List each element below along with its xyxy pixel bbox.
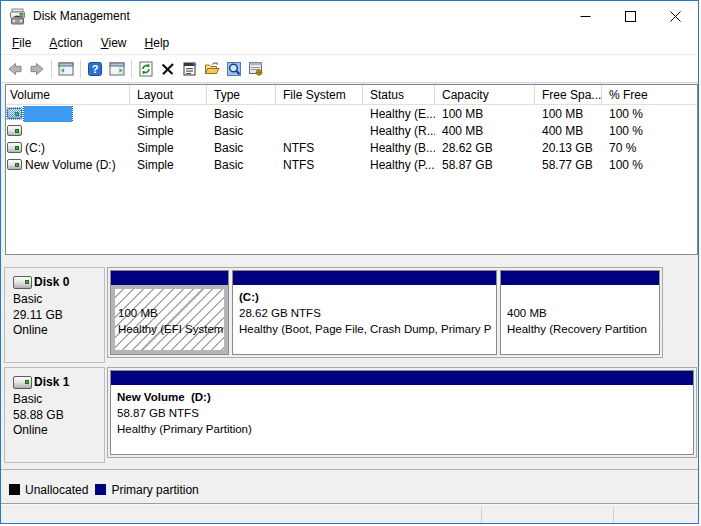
menu-view[interactable]: View <box>92 32 136 54</box>
delete-button[interactable] <box>160 61 176 77</box>
column-header-file-system[interactable]: File System <box>276 85 363 104</box>
graphical-view: Disk 0 Basic 29.11 GB Online 100 MB <box>1 257 699 469</box>
legend-item-unallocated: Unallocated <box>9 484 88 503</box>
disk-0-row: Disk 0 Basic 29.11 GB Online 100 MB <box>4 267 698 363</box>
disk-1-label-panel[interactable]: Disk 1 Basic 58.88 GB Online <box>4 367 105 463</box>
partition-recovery[interactable]: 400 MB Healthy (Recovery Partition <box>500 270 660 355</box>
volume-row-d[interactable]: New Volume (D:) Simple Basic NTFS Health… <box>6 156 697 173</box>
delete-icon <box>160 61 176 77</box>
open-button[interactable] <box>204 61 220 77</box>
menu-action-label-rest: ction <box>57 36 82 50</box>
close-button[interactable] <box>653 1 698 31</box>
find-button[interactable] <box>226 61 242 77</box>
partition-efi[interactable]: 100 MB Healthy (EFI System <box>110 270 229 355</box>
partition-c[interactable]: (C:) 28.62 GB NTFS Healthy (Boot, Page F… <box>232 270 497 355</box>
free-space-cell: 20.13 GB <box>535 141 602 155</box>
selection-dither <box>6 107 23 120</box>
partition-size: 100 MB <box>118 305 224 321</box>
partition-status: Healthy (Primary Partition) <box>117 421 693 437</box>
show-hide-console-tree-button[interactable] <box>58 61 74 77</box>
column-header-status[interactable]: Status <box>363 85 435 104</box>
partition-color-bar <box>501 271 659 285</box>
refresh-button[interactable] <box>138 61 154 77</box>
forward-button[interactable] <box>29 61 45 77</box>
column-header-capacity[interactable]: Capacity <box>435 85 535 104</box>
toolbar-separator <box>80 60 81 78</box>
volume-icon <box>7 142 22 153</box>
partition-color-bar <box>111 371 693 385</box>
type-cell: Basic <box>207 124 276 138</box>
settings-button[interactable] <box>248 61 264 77</box>
menubar: File Action View Help <box>1 31 698 55</box>
volume-list: Volume Layout Type File System Status Ca… <box>5 84 698 255</box>
toolbar: ? <box>1 55 698 83</box>
volume-icon <box>7 159 22 170</box>
help-icon: ? <box>87 61 103 77</box>
unallocated-swatch <box>9 484 20 495</box>
column-header-type[interactable]: Type <box>207 85 276 104</box>
partition-d[interactable]: New Volume (D:) 58.87 GB NTFS Healthy (P… <box>110 370 694 455</box>
volume-row-recovery[interactable]: Simple Basic Healthy (R... 400 MB 400 MB… <box>6 122 697 139</box>
disk-1-partition-band: New Volume (D:) 58.87 GB NTFS Healthy (P… <box>107 367 697 458</box>
column-header-pct-free[interactable]: % Free <box>602 85 697 104</box>
column-header-layout[interactable]: Layout <box>130 85 207 104</box>
free-space-cell: 400 MB <box>535 124 602 138</box>
maximize-button[interactable] <box>608 1 653 31</box>
layout-cell: Simple <box>130 124 207 138</box>
volume-row-c[interactable]: (C:) Simple Basic NTFS Healthy (B... 28.… <box>6 139 697 156</box>
capacity-cell: 28.62 GB <box>435 141 535 155</box>
menu-view-label-rest: iew <box>109 36 127 50</box>
volume-row-efi[interactable]: Simple Basic Healthy (E... 100 MB 100 MB… <box>6 105 697 122</box>
toolbar-separator <box>51 60 52 78</box>
status-cell: Healthy (P... <box>363 158 435 172</box>
menu-view-label: V <box>101 36 109 50</box>
volume-cell: (C:) <box>6 141 130 155</box>
legend-item-primary-partition: Primary partition <box>95 484 198 503</box>
show-hide-console-tree-icon <box>58 61 74 77</box>
help-button[interactable]: ? <box>87 61 103 77</box>
pct-free-cell: 100 % <box>602 124 697 138</box>
column-header-volume[interactable]: Volume <box>6 85 130 104</box>
partition-status: Healthy (EFI System <box>118 321 224 337</box>
volume-cell: New Volume (D:) <box>6 158 130 172</box>
partition-status: Healthy (Boot, Page File, Crash Dump, Pr… <box>239 321 496 337</box>
partition-size: 28.62 GB NTFS <box>239 305 496 321</box>
disk-1-title: Disk 1 <box>13 375 104 389</box>
partition-label <box>118 289 224 305</box>
column-header-free-space[interactable]: Free Spa... <box>535 85 602 104</box>
disk-0-label-panel[interactable]: Disk 0 Basic 29.11 GB Online <box>4 267 105 363</box>
file-system-cell: NTFS <box>276 141 363 155</box>
capacity-cell: 58.87 GB <box>435 158 535 172</box>
statusbar <box>1 503 699 524</box>
disk-1-status: Online <box>13 423 104 439</box>
partition-color-bar <box>233 271 496 285</box>
menu-action[interactable]: Action <box>40 32 91 54</box>
back-button[interactable] <box>7 61 23 77</box>
partition-status: Healthy (Recovery Partition <box>507 321 659 337</box>
status-cell: Healthy (E... <box>363 107 435 121</box>
disk-1-type: Basic <box>13 392 104 408</box>
forward-icon <box>29 61 45 77</box>
menu-file[interactable]: File <box>3 32 40 54</box>
partition-label: (C:) <box>239 289 496 305</box>
menu-file-label-rest: ile <box>19 36 31 50</box>
pct-free-cell: 70 % <box>602 141 697 155</box>
menu-help[interactable]: Help <box>136 32 179 54</box>
volume-label: New Volume (D:) <box>25 158 116 172</box>
volume-icon <box>7 108 22 119</box>
partition-d-body: New Volume (D:) 58.87 GB NTFS Healthy (P… <box>111 385 693 454</box>
statusbar-separator <box>481 507 482 523</box>
minimize-icon <box>580 11 591 22</box>
minimize-button[interactable] <box>563 1 608 31</box>
properties-button[interactable] <box>182 61 198 77</box>
selected-volume-label[interactable] <box>24 106 72 122</box>
partition-efi-body: 100 MB Healthy (EFI System <box>111 285 228 354</box>
disk-icon <box>13 376 32 389</box>
partition-color-bar <box>111 271 228 285</box>
show-hide-action-pane-button[interactable] <box>109 61 125 77</box>
type-cell: Basic <box>207 158 276 172</box>
pct-free-cell: 100 % <box>602 107 697 121</box>
volume-list-header: Volume Layout Type File System Status Ca… <box>6 85 697 105</box>
file-system-cell: NTFS <box>276 158 363 172</box>
disk-1-row: Disk 1 Basic 58.88 GB Online New Volume … <box>4 367 698 463</box>
